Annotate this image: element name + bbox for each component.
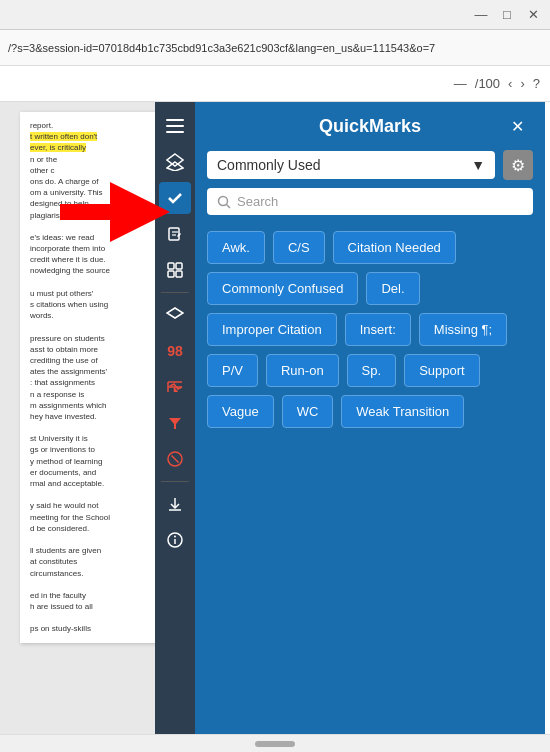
- sidebar-chart-icon[interactable]: [159, 371, 191, 403]
- dropdown-arrow: ▼: [471, 157, 485, 173]
- doc-line: [30, 489, 170, 500]
- sidebar-info-icon[interactable]: [159, 524, 191, 556]
- sidebar-grid-icon[interactable]: [159, 254, 191, 286]
- doc-line: h are issued to all: [30, 601, 170, 612]
- doc-line: d be considered.: [30, 523, 170, 534]
- doc-line: report.: [30, 120, 170, 131]
- sidebar-layers3-icon[interactable]: [159, 299, 191, 331]
- sidebar-download-icon[interactable]: [159, 488, 191, 520]
- quickmark-button-vague[interactable]: Vague: [207, 395, 274, 428]
- quickmark-button-run-on[interactable]: Run-on: [266, 354, 339, 387]
- bottom-scrollbar[interactable]: [0, 734, 550, 752]
- doc-line-highlight: t written often don't: [30, 131, 170, 142]
- quickmark-button-missing---[interactable]: Missing ¶;: [419, 313, 507, 346]
- doc-line: ll students are given: [30, 545, 170, 556]
- svg-point-23: [174, 536, 176, 538]
- svg-marker-12: [167, 308, 183, 318]
- quickmark-button-citation-needed[interactable]: Citation Needed: [333, 231, 456, 264]
- doc-line: [30, 579, 170, 590]
- arrow-head: [110, 182, 170, 242]
- doc-line: other c: [30, 165, 170, 176]
- doc-line: nowledging the source: [30, 265, 170, 276]
- quickmark-button-wc[interactable]: WC: [282, 395, 334, 428]
- doc-line: : that assignments: [30, 377, 170, 388]
- quickmark-button-c-s[interactable]: C/S: [273, 231, 325, 264]
- quickmarks-gear-button[interactable]: ⚙: [503, 150, 533, 180]
- svg-rect-11: [176, 271, 182, 277]
- doc-line: er documents, and: [30, 467, 170, 478]
- quickmarks-dropdown[interactable]: Commonly Used ▼: [207, 151, 495, 179]
- doc-line: circumstances.: [30, 568, 170, 579]
- svg-marker-3: [167, 154, 183, 166]
- scrollbar-thumb: [255, 741, 295, 747]
- quickmark-button-sp-[interactable]: Sp.: [347, 354, 397, 387]
- sidebar-layers-icon[interactable]: [159, 110, 191, 142]
- quickmarks-dropdown-row: Commonly Used ▼ ⚙: [195, 150, 545, 188]
- search-icon: [217, 195, 231, 209]
- arrow-tail: [60, 204, 110, 220]
- prev-page-button[interactable]: ‹: [508, 76, 512, 91]
- doc-line: [30, 277, 170, 288]
- doc-line: pressure on students: [30, 333, 170, 344]
- window-controls: — □ ✕: [472, 6, 542, 24]
- quickmarks-buttons-container: Awk.C/SCitation NeededCommonly ConfusedD…: [195, 223, 545, 752]
- next-page-button[interactable]: ›: [520, 76, 524, 91]
- svg-line-25: [227, 204, 231, 208]
- toolbar: — /100 ‹ › ?: [0, 66, 550, 102]
- arrow-indicator: [60, 182, 180, 242]
- quickmark-button-weak-transition[interactable]: Weak Transition: [341, 395, 464, 428]
- address-bar: /?s=3&session-id=07018d4b1c735cbd91c3a3e…: [0, 30, 550, 66]
- doc-line: ps on study-skills: [30, 623, 170, 634]
- doc-line: [30, 321, 170, 332]
- doc-line: u must put others': [30, 288, 170, 299]
- doc-line: [30, 534, 170, 545]
- doc-line: rmal and acceptable.: [30, 478, 170, 489]
- help-button[interactable]: ?: [533, 76, 540, 91]
- doc-line: meeting for the School: [30, 512, 170, 523]
- quickmark-button-p-v[interactable]: P/V: [207, 354, 258, 387]
- quickmark-button-commonly-confused[interactable]: Commonly Confused: [207, 272, 358, 305]
- sidebar-divider2: [161, 481, 189, 482]
- quickmarks-search-box[interactable]: Search: [207, 188, 533, 215]
- svg-marker-16: [169, 418, 181, 429]
- quickmarks-panel: QuickMarks ✕ Commonly Used ▼ ⚙ Search Aw…: [195, 102, 545, 752]
- doc-line: ates the assignments': [30, 366, 170, 377]
- doc-line: incorporate them into: [30, 243, 170, 254]
- svg-rect-8: [168, 263, 174, 269]
- doc-line: s citations when using: [30, 299, 170, 310]
- sidebar-divider: [161, 292, 189, 293]
- svg-rect-2: [166, 131, 184, 133]
- svg-rect-1: [166, 125, 184, 127]
- window-chrome: — □ ✕: [0, 0, 550, 30]
- svg-rect-9: [176, 263, 182, 269]
- quickmark-button-support[interactable]: Support: [404, 354, 480, 387]
- svg-rect-10: [168, 271, 174, 277]
- sidebar-filter-icon[interactable]: [159, 407, 191, 439]
- page-input: /100: [475, 76, 500, 91]
- doc-line: hey have invested.: [30, 411, 170, 422]
- doc-line: at constitutes: [30, 556, 170, 567]
- url-text: /?s=3&session-id=07018d4b1c735cbd91c3a3e…: [8, 42, 435, 54]
- doc-line: [30, 612, 170, 623]
- minimize-button[interactable]: —: [472, 6, 490, 24]
- sidebar-score-icon[interactable]: 98: [159, 335, 191, 367]
- close-button[interactable]: ✕: [524, 6, 542, 24]
- doc-line: n a response is: [30, 389, 170, 400]
- page-dash: —: [454, 76, 467, 91]
- quickmark-button-awk-[interactable]: Awk.: [207, 231, 265, 264]
- quickmarks-header: QuickMarks ✕: [195, 102, 545, 150]
- doc-line: ever, is critically: [30, 142, 170, 153]
- quickmark-button-del-[interactable]: Del.: [366, 272, 419, 305]
- maximize-button[interactable]: □: [498, 6, 516, 24]
- sidebar-layers2-icon[interactable]: [159, 146, 191, 178]
- doc-line: crediting the use of: [30, 355, 170, 366]
- svg-point-24: [219, 196, 228, 205]
- quickmarks-title: QuickMarks: [235, 116, 505, 137]
- doc-line: gs or inventions to: [30, 444, 170, 455]
- sidebar-blocked-icon[interactable]: [159, 443, 191, 475]
- svg-rect-0: [166, 119, 184, 121]
- quickmarks-close-button[interactable]: ✕: [505, 114, 529, 138]
- doc-line: asst to obtain more: [30, 344, 170, 355]
- quickmark-button-insert-[interactable]: Insert:: [345, 313, 411, 346]
- quickmark-button-improper-citation[interactable]: Improper Citation: [207, 313, 337, 346]
